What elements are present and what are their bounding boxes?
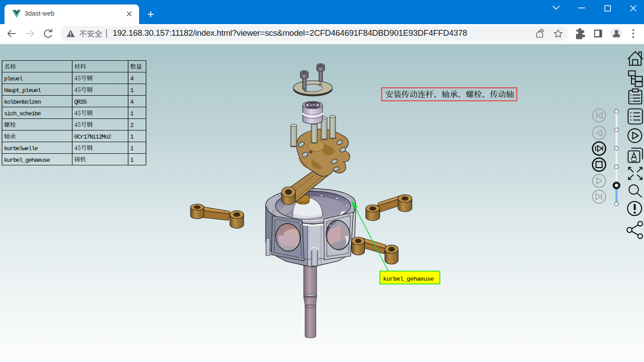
svg-text:kolbenbolzen: kolbenbolzen (4, 99, 41, 105)
svg-text:kurbel_gehaeuse: kurbel_gehaeuse (383, 276, 434, 282)
svg-text:pleuel: pleuel (4, 76, 23, 82)
svg-text:1: 1 (130, 145, 134, 152)
svg-text:Haupt_pleuel: Haupt_pleuel (4, 87, 41, 94)
svg-text:kurbelwelle: kurbelwelle (4, 145, 38, 152)
svg-text:0Cr17Ni12Mo2: 0Cr17Ni12Mo2 (74, 134, 111, 140)
svg-text:sich_scheibe: sich_scheibe (4, 110, 41, 117)
svg-text:4: 4 (130, 76, 134, 82)
svg-text:4: 4 (130, 99, 134, 105)
svg-text:1: 1 (130, 157, 134, 164)
svg-text:1: 1 (130, 110, 134, 117)
svg-text:1: 1 (130, 87, 134, 94)
svg-text:1: 1 (130, 134, 134, 140)
svg-text:2: 2 (130, 122, 134, 129)
svg-text:QR35: QR35 (74, 99, 87, 105)
svg-text:kurbel_gehaeuse: kurbel_gehaeuse (4, 157, 50, 164)
